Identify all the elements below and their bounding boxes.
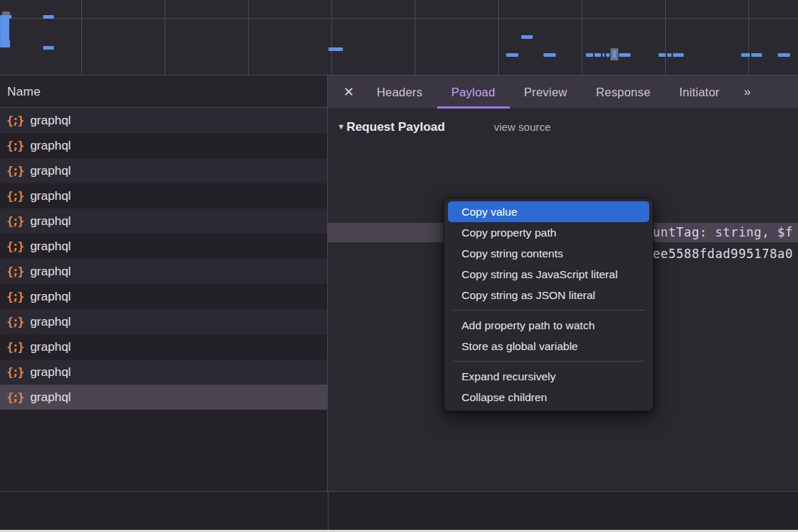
request-row[interactable]: {;} graphql: [0, 108, 327, 133]
menu-item-copy-value[interactable]: Copy value: [448, 201, 649, 222]
context-menu: Copy value Copy property path Copy strin…: [444, 198, 653, 411]
timeline-request-bar: [778, 53, 790, 57]
json-fetch-icon: {;}: [6, 390, 23, 404]
timeline-request-bar: [329, 47, 343, 51]
grid-line: [665, 0, 666, 75]
request-name: graphql: [30, 164, 71, 178]
request-name: graphql: [30, 189, 71, 203]
footer-column-divider: [328, 492, 329, 530]
close-icon[interactable]: ✕: [335, 84, 362, 100]
json-fetch-icon: {;}: [6, 164, 23, 178]
grid-line: [165, 0, 165, 75]
request-name: graphql: [30, 214, 71, 229]
json-fetch-icon: {;}: [6, 114, 23, 127]
request-name: graphql: [30, 114, 71, 128]
request-row[interactable]: {;} graphql: [0, 133, 327, 158]
request-name: graphql: [30, 290, 71, 304]
grid-line: [415, 0, 416, 75]
timeline-request-bar: [43, 46, 54, 50]
grid-line: [498, 0, 499, 75]
json-fetch-icon: {;}: [6, 365, 23, 379]
timeline-request-bar: [586, 53, 593, 57]
summary-footer: [0, 491, 798, 530]
menu-item-add-property-path-to-watch[interactable]: Add property path to watch: [444, 315, 653, 336]
section-title: Request Payload: [347, 120, 445, 134]
timeline-request-bar: [613, 50, 616, 58]
request-row[interactable]: {;} graphql: [0, 309, 327, 334]
timeline-request-bar: [659, 53, 666, 57]
menu-item-store-as-global-variable[interactable]: Store as global variable: [444, 336, 653, 357]
payload-object-preview-row[interactable]: ▼ {operationName: "ipFlowTimeseries", va…: [328, 178, 798, 200]
request-row[interactable]: {;} graphql: [0, 183, 327, 208]
grid-line: [331, 0, 332, 75]
menu-separator: [453, 310, 644, 311]
tab-preview[interactable]: Preview: [510, 75, 582, 109]
json-fetch-icon: {;}: [6, 214, 23, 228]
timeline-request-bar: [521, 35, 533, 39]
request-row[interactable]: {;} graphql: [0, 284, 327, 309]
request-name: graphql: [30, 239, 71, 254]
request-row[interactable]: {;} graphql: [0, 259, 327, 284]
timeline-request-bar: [602, 53, 605, 57]
json-fetch-icon: {;}: [6, 139, 23, 152]
name-column-header[interactable]: Name: [0, 75, 327, 108]
view-source-link[interactable]: view source: [494, 121, 551, 133]
menu-separator: [453, 361, 644, 362]
property-value-end: ee5588fdad995178a0: [653, 243, 793, 265]
menu-item-expand-recursively[interactable]: Expand recursively: [444, 366, 653, 387]
detail-tab-bar: ✕ Headers Payload Preview Response Initi…: [328, 75, 798, 109]
timeline-request-bar: [673, 53, 684, 57]
collapse-triangle-icon[interactable]: ▼: [337, 122, 345, 131]
menu-item-collapse-children[interactable]: Collapse children: [444, 387, 653, 408]
menu-item-copy-string-contents[interactable]: Copy string contents: [444, 243, 653, 264]
request-name: graphql: [30, 139, 71, 153]
json-fetch-icon: {;}: [6, 265, 23, 278]
tab-headers[interactable]: Headers: [362, 75, 437, 109]
request-row[interactable]: {;} graphql: [0, 334, 327, 359]
json-fetch-icon: {;}: [6, 290, 23, 303]
json-fetch-icon: {;}: [6, 239, 23, 253]
request-name: graphql: [30, 265, 71, 279]
request-row[interactable]: {;} graphql: [0, 208, 327, 234]
grid-line: [81, 0, 82, 75]
timeline-request-bar: [606, 53, 610, 57]
timeline-request-bar: [741, 53, 750, 57]
network-overview-timeline[interactable]: [0, 0, 798, 75]
timeline-request-bar: [751, 53, 762, 57]
menu-item-copy-property-path[interactable]: Copy property path: [444, 222, 653, 243]
tab-payload[interactable]: Payload: [437, 75, 510, 109]
timeline-request-bar: [0, 44, 10, 47]
request-name: graphql: [30, 315, 71, 329]
overview-row-divider: [0, 18, 798, 19]
timeline-request-bar: [506, 53, 518, 57]
more-tabs-chevron-icon[interactable]: »: [734, 85, 758, 99]
request-row[interactable]: {;} graphql: [0, 158, 327, 183]
json-fetch-icon: {;}: [6, 340, 23, 354]
property-value-end: untTag: string, $f: [653, 223, 793, 242]
timeline-request-bar: [544, 53, 556, 57]
tab-response[interactable]: Response: [582, 75, 665, 109]
json-fetch-icon: {;}: [6, 189, 23, 203]
grid-line: [582, 0, 582, 75]
request-row[interactable]: {;} graphql: [0, 359, 327, 385]
request-row[interactable]: {;} graphql: [0, 385, 327, 410]
tab-initiator[interactable]: Initiator: [665, 75, 734, 109]
request-name: graphql: [30, 390, 71, 405]
grid-line: [748, 0, 749, 75]
timeline-request-bar: [667, 53, 671, 57]
request-list: {;} graphql {;} graphql {;} graphql {;} …: [0, 108, 327, 410]
timeline-request-bar: [595, 53, 601, 57]
json-fetch-icon: {;}: [6, 315, 23, 329]
request-list-panel: Name {;} graphql {;} graphql {;} graphql…: [0, 75, 328, 532]
timeline-request-bar: [43, 15, 54, 19]
request-row[interactable]: {;} graphql: [0, 234, 327, 259]
request-payload-section-header: ▼Request Payloadview source: [337, 116, 551, 137]
menu-item-copy-string-as-json-literal[interactable]: Copy string as JSON literal: [444, 285, 653, 306]
timeline-request-bar: [619, 53, 630, 57]
request-name: graphql: [30, 365, 71, 380]
request-name: graphql: [30, 340, 71, 354]
grid-line: [248, 0, 249, 75]
menu-item-copy-string-as-javascript-literal[interactable]: Copy string as JavaScript literal: [444, 264, 653, 285]
